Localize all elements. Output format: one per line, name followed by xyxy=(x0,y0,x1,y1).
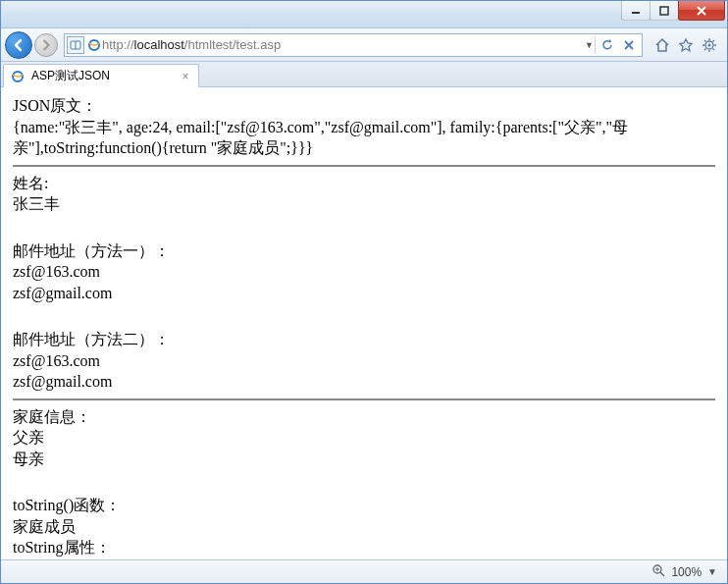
tools-icon[interactable] xyxy=(702,37,717,53)
svg-line-9 xyxy=(660,572,664,576)
url-path: /htmltest/test.asp xyxy=(184,37,281,52)
dropdown-icon[interactable]: ▼ xyxy=(585,40,594,50)
compat-view-icon[interactable] xyxy=(67,36,84,54)
email2-label: 邮件地址（方法二）： xyxy=(13,329,715,350)
toolbar-right xyxy=(649,37,723,53)
tostring-fn-label: toString()函数： xyxy=(13,495,715,516)
svg-point-6 xyxy=(708,43,711,46)
tab-bar: ASP测试JSON × xyxy=(1,62,727,87)
tostring-prop-label: toString属性： xyxy=(13,537,715,558)
url-text[interactable]: http://localhost/htmltest/test.asp xyxy=(102,37,585,52)
family-label: 家庭信息： xyxy=(13,406,715,428)
ie-logo-icon xyxy=(10,69,26,84)
minimize-button[interactable] xyxy=(621,1,650,21)
svg-rect-1 xyxy=(660,7,668,15)
family-line2: 母亲 xyxy=(13,449,715,470)
email2-line2: zsf@gmail.com xyxy=(13,371,715,393)
refresh-button[interactable] xyxy=(597,35,618,55)
forward-button[interactable] xyxy=(34,33,58,57)
ie-logo-icon xyxy=(86,37,102,53)
tab-close-icon[interactable]: × xyxy=(179,70,192,83)
zoom-icon[interactable] xyxy=(651,563,665,580)
name-value: 张三丰 xyxy=(13,193,715,215)
tostring-fn-value: 家庭成员 xyxy=(13,516,715,538)
maximize-button[interactable] xyxy=(650,1,679,21)
status-bar: 100% ▼ xyxy=(1,559,727,583)
json-label: JSON原文： xyxy=(13,95,715,117)
family-line1: 父亲 xyxy=(13,427,715,449)
email1-label: 邮件地址（方法一）： xyxy=(13,240,715,262)
titlebar[interactable] xyxy=(1,1,727,28)
stop-button[interactable] xyxy=(618,35,640,55)
url-host: localhost xyxy=(134,37,184,52)
url-prefix: http:// xyxy=(102,37,134,52)
divider xyxy=(13,165,715,167)
close-button[interactable] xyxy=(678,1,725,21)
page-content: JSON原文： {name:"张三丰", age:24, email:["zsf… xyxy=(1,87,727,559)
browser-window: http://localhost/htmltest/test.asp ▼ xyxy=(0,0,728,584)
zoom-level[interactable]: 100% xyxy=(671,565,702,579)
tab-active[interactable]: ASP测试JSON × xyxy=(3,64,199,87)
favorites-icon[interactable] xyxy=(678,37,694,53)
tab-title: ASP测试JSON xyxy=(31,68,110,84)
window-controls xyxy=(622,1,725,21)
back-button[interactable] xyxy=(5,31,32,59)
json-text: {name:"张三丰", age:24, email:["zsf@163.com… xyxy=(13,117,715,159)
home-icon[interactable] xyxy=(654,37,670,53)
zoom-dropdown-icon[interactable]: ▼ xyxy=(707,566,717,577)
navigation-bar: http://localhost/htmltest/test.asp ▼ xyxy=(1,28,727,62)
address-bar[interactable]: http://localhost/htmltest/test.asp ▼ xyxy=(64,33,643,57)
name-label: 姓名: xyxy=(13,173,715,194)
divider xyxy=(13,398,715,400)
email2-line1: zsf@163.com xyxy=(13,350,715,372)
email1-line1: zsf@163.com xyxy=(13,261,715,283)
email1-line2: zsf@gmail.com xyxy=(13,283,715,304)
